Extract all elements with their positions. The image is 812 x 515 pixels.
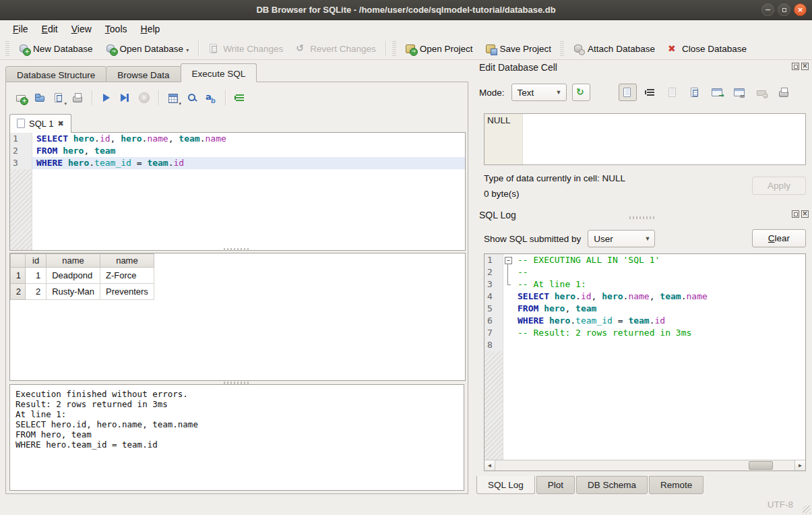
fold-margin [503,339,513,351]
print-cell-icon[interactable] [778,87,789,98]
code-line[interactable]: 3-- At line 1: [485,278,805,291]
submitter-select[interactable]: User ▼ [588,230,655,247]
toolbar-drag-handle[interactable] [5,41,9,56]
toolbar-drag-handle[interactable] [392,41,396,56]
close-button[interactable]: × [794,3,807,16]
float-dock-icon[interactable] [792,210,799,218]
text-document-button[interactable] [619,84,637,101]
scrollbar-track[interactable] [495,460,794,471]
execute-current-line-button[interactable] [117,90,133,106]
find-replace-button[interactable] [184,90,200,106]
code-line[interactable]: 2-- [485,266,805,278]
new-database-button[interactable]: New Database [12,40,99,57]
sql-editor[interactable]: 1SELECT hero.id, hero.name, team.name2FR… [9,132,466,251]
tab-database-structure[interactable]: Database Structure [5,66,106,82]
cell[interactable]: Deadpond [46,268,100,284]
close-dock-icon[interactable] [801,210,809,218]
open-database-menu-arrow[interactable]: ▾ [186,47,189,54]
close-database-button[interactable]: Close Database [661,40,753,57]
auto-completion-button[interactable] [203,90,219,106]
column-header[interactable]: name [100,254,154,268]
sql-document-tab[interactable]: SQL 1 ✖ [9,114,71,133]
code-line[interactable]: 1-- EXECUTING ALL IN 'SQL 1' [485,254,805,266]
cell-value-editor[interactable]: NULL [484,113,806,165]
toolbar-drag-handle[interactable] [560,41,564,56]
code-line[interactable]: 3WHERE hero.team_id = team.id [10,157,465,169]
save-sql-menu-arrow[interactable]: ▾ [64,101,67,107]
tab-plot[interactable]: Plot [536,476,575,494]
column-header[interactable]: name [46,254,100,268]
format-sql-button[interactable] [232,90,248,106]
float-dock-icon[interactable] [792,63,799,70]
row-number[interactable]: 2 [11,284,26,300]
encoding-indicator[interactable]: UTF-8 [768,499,793,510]
close-sql-tab-icon[interactable]: ✖ [57,119,63,128]
scrollbar-thumb[interactable] [749,461,773,470]
fold-marker[interactable] [503,254,513,266]
menu-help[interactable]: Help [135,22,166,36]
clear-log-button[interactable]: Clear [752,229,806,247]
mode-select[interactable]: Text ▼ [511,84,567,101]
code-line[interactable]: 7-- Result: 2 rows returned in 3ms [485,327,805,339]
dock-tab-bar: SQL LogPlotDB SchemaRemote [476,476,705,494]
open-in-external-icon[interactable]: → [712,87,722,98]
fold-margin [503,291,513,303]
maximize-button[interactable] [778,3,790,16]
splitter-handle[interactable] [224,248,251,251]
tab-execute-sql[interactable]: Execute SQL [181,63,257,82]
save-results-button[interactable]: ▾ [165,90,181,106]
new-sql-tab-button[interactable] [13,90,29,106]
save-sql-file-button[interactable]: ▾ [51,90,67,106]
code-line[interactable]: 6WHERE hero.team_id = team.id [485,315,805,327]
close-dock-icon[interactable] [801,63,809,70]
open-sql-file-button[interactable] [32,90,48,106]
open-project-button[interactable]: Open Project [399,40,479,57]
dock-splitter-handle[interactable] [629,216,656,219]
titlebar[interactable]: DB Browser for SQLite - /home/user/code/… [0,0,812,20]
open-database-button[interactable]: Open Database ▾ [99,40,195,57]
editor-empty-area[interactable] [485,351,805,460]
line-number: 3 [10,157,32,169]
text-document-icon [622,87,633,98]
cell[interactable]: 1 [26,268,46,284]
save-results-menu-arrow[interactable]: ▾ [179,101,181,107]
editor-empty-area[interactable] [10,169,465,250]
copy-link-icon[interactable]: ∞ [734,87,745,98]
code-line[interactable]: 5FROM hero, team [485,303,805,315]
resize-grip[interactable] [803,506,811,514]
code-line[interactable]: 8 [485,339,805,351]
print-sql-button[interactable] [69,90,86,106]
menu-view[interactable]: View [65,22,98,36]
code-text: -- At line 1: [513,278,805,291]
code-line[interactable]: 2FROM hero, team [10,145,465,157]
auto-switch-mode-button[interactable] [572,84,590,101]
cell[interactable]: Rusty-Man [46,284,100,300]
sql-log-view[interactable]: 1-- EXECUTING ALL IN 'SQL 1'2--3-- At li… [484,253,806,471]
scroll-left-arrow[interactable]: ◀ [485,460,495,471]
cell[interactable]: Preventers [100,284,154,300]
menu-tools[interactable]: Tools [99,22,133,36]
scroll-right-arrow[interactable]: ▶ [794,460,805,471]
results-grid[interactable]: idnamename 11DeadpondZ-Force22Rusty-ManP… [9,253,466,381]
code-line[interactable]: 1SELECT hero.id, hero.name, team.name [10,133,465,145]
menu-edit[interactable]: Edit [36,22,64,36]
tab-browse-data[interactable]: Browse Data [106,66,181,82]
tab-sql-log[interactable]: SQL Log [476,476,535,494]
cell[interactable]: 2 [26,284,46,300]
column-header[interactable]: id [26,254,46,268]
cell[interactable]: Z-Force [100,268,154,284]
tab-remote[interactable]: Remote [649,476,704,494]
attach-database-button[interactable]: Attach Database [567,40,661,57]
execute-all-button[interactable] [98,90,115,106]
save-as-icon[interactable] [689,87,700,98]
code-line[interactable]: 4SELECT hero.id, hero.name, team.name [485,291,805,303]
save-project-button[interactable]: Save Project [479,40,558,57]
menu-file[interactable]: File [7,22,34,36]
word-wrap-icon[interactable] [645,87,656,98]
minimize-button[interactable]: − [761,3,774,16]
horizontal-scrollbar[interactable]: ◀ ▶ [485,460,805,471]
table-row: 11DeadpondZ-Force [11,268,154,284]
corner-header[interactable] [11,254,26,268]
tab-db-schema[interactable]: DB Schema [576,476,648,494]
row-number[interactable]: 1 [11,268,26,284]
